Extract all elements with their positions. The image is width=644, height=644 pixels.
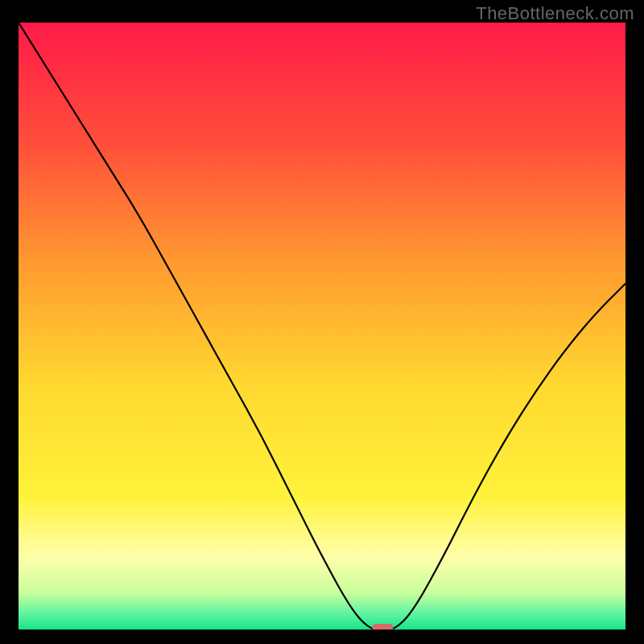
chart-frame: TheBottleneck.com bbox=[0, 0, 644, 644]
gradient-background bbox=[19, 23, 625, 630]
plot-area bbox=[19, 23, 625, 630]
bottleneck-chart bbox=[19, 23, 625, 630]
optimal-marker bbox=[372, 624, 393, 630]
watermark-text: TheBottleneck.com bbox=[476, 3, 634, 24]
